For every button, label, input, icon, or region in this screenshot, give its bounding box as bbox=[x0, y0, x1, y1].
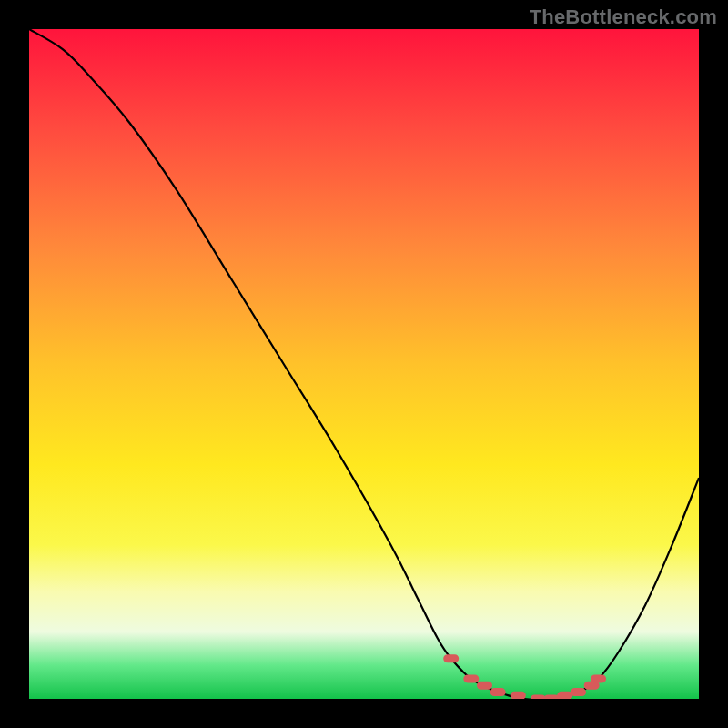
plot-area bbox=[29, 29, 699, 699]
bottleneck-curve bbox=[29, 29, 699, 699]
optimal-range-dots bbox=[448, 659, 602, 699]
chart-container: TheBottleneck.com bbox=[0, 0, 728, 728]
chart-svg bbox=[29, 29, 699, 699]
watermark: TheBottleneck.com bbox=[530, 5, 717, 29]
